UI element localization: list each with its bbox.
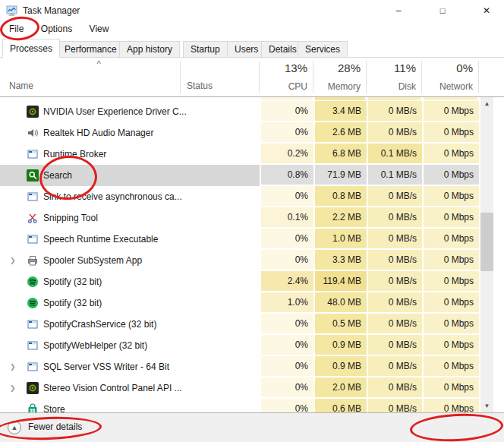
column-header-network[interactable]: 0% Network bbox=[422, 58, 478, 97]
column-header-row: ^ Name Status 13% CPU 28% Memory 11% Dis… bbox=[0, 58, 504, 97]
column-header-disk[interactable]: 11% Disk bbox=[367, 58, 421, 97]
net-cell: 0 Mbps bbox=[422, 335, 479, 355]
footer-bar: ▲ Fewer details End task bbox=[0, 412, 504, 442]
minimize-button[interactable]: – bbox=[383, 0, 414, 21]
mem-cell: 0.6 MB bbox=[313, 399, 367, 412]
process-row[interactable]: SpotifyCrashService (32 bit)0%0.5 MB0 MB… bbox=[0, 314, 504, 335]
mem-cell: 6.8 MB bbox=[313, 144, 367, 164]
menu-item-file[interactable]: File bbox=[6, 21, 27, 36]
process-row[interactable]: Spotify (32 bit)2.4%119.4 MB0 MB/s0 Mbps bbox=[0, 271, 504, 292]
net-cell: 0 Mbps bbox=[422, 314, 479, 334]
dsk-cell: 0 MB/s bbox=[367, 335, 422, 355]
close-button[interactable]: ✕ bbox=[471, 0, 502, 21]
net-cell: 0 Mbps bbox=[422, 292, 479, 313]
search-app-icon bbox=[27, 169, 39, 182]
process-row[interactable]: Store0%0.6 MB0 MB/s0 Mbps bbox=[0, 399, 504, 412]
process-row[interactable]: ❯Spooler SubSystem App0%3.3 MB0 MB/s0 Mb… bbox=[0, 250, 504, 271]
process-name: Spotify (32 bit) bbox=[43, 271, 102, 292]
scrollbar-thumb[interactable] bbox=[480, 213, 493, 271]
net-cell: 0 Mbps bbox=[422, 101, 479, 122]
dsk-cell: 0.1 MB/s bbox=[367, 165, 422, 185]
cpu-cell: 0% bbox=[260, 250, 313, 270]
column-header-name[interactable]: Name bbox=[9, 81, 33, 91]
net-cell: 0 Mbps bbox=[422, 271, 479, 292]
expand-chevron-icon[interactable]: ❯ bbox=[10, 356, 16, 377]
process-row[interactable]: Runtime Broker0.2%6.8 MB0.1 MB/s0 Mbps bbox=[0, 144, 504, 165]
column-header-status[interactable]: Status bbox=[187, 81, 213, 91]
process-row[interactable]: ❯Stereo Vision Control Panel API ...0%2.… bbox=[0, 377, 504, 399]
process-name: Store bbox=[43, 399, 65, 412]
process-row-selected[interactable]: Search0.8%71.9 MB0.1 MB/s0 Mbps bbox=[0, 165, 504, 186]
cpu-cell: 2.4% bbox=[260, 271, 313, 292]
expand-chevron-icon[interactable]: ❯ bbox=[10, 250, 16, 271]
scroll-up-icon[interactable]: ▲ bbox=[480, 97, 493, 110]
dsk-cell: 0 MB/s bbox=[367, 314, 422, 334]
dsk-cell: 0 MB/s bbox=[367, 292, 422, 313]
process-row[interactable]: Realtek HD Audio Manager0%2.6 MB0 MB/s0 … bbox=[0, 122, 504, 144]
printer-icon bbox=[27, 254, 39, 267]
dsk-cell: 0 MB/s bbox=[367, 101, 422, 122]
chevron-up-icon: ▲ bbox=[8, 421, 21, 434]
tab-app-history[interactable]: App history bbox=[119, 41, 180, 58]
process-row[interactable]: Snipping Tool0.1%2.2 MB0 MB/s0 Mbps bbox=[0, 207, 504, 229]
process-row[interactable]: ❯SQL Server VSS Writer - 64 Bit0%0.9 MB0… bbox=[0, 356, 504, 377]
menu-bar: File Options View bbox=[0, 21, 504, 38]
tab-strip: Processes Performance App history Startu… bbox=[0, 38, 504, 58]
cpu-cell: 0% bbox=[260, 335, 313, 355]
dsk-cell: 0 MB/s bbox=[367, 271, 422, 292]
menu-item-options[interactable]: Options bbox=[38, 21, 75, 36]
tab-users[interactable]: Users bbox=[227, 41, 266, 58]
net-cell: 0 Mbps bbox=[422, 144, 479, 164]
process-row[interactable]: Speech Runtime Executable0%1.0 MB0 MB/s0… bbox=[0, 229, 504, 250]
mem-cell: 2.6 MB bbox=[313, 122, 367, 143]
spotify-icon bbox=[27, 297, 39, 309]
process-name: Runtime Broker bbox=[43, 144, 106, 165]
cpu-cell: 0% bbox=[260, 314, 313, 334]
mem-cell: 48.0 MB bbox=[313, 292, 367, 313]
cpu-cell: 0% bbox=[260, 356, 313, 377]
scroll-down-icon[interactable]: ▼ bbox=[480, 399, 493, 412]
speaker-icon bbox=[27, 127, 39, 139]
process-row[interactable]: NVIDIA User Experience Driver C...0%3.4 … bbox=[0, 101, 504, 122]
menu-item-view[interactable]: View bbox=[87, 21, 112, 36]
cpu-cell: 0% bbox=[260, 229, 313, 249]
process-name: SpotifyWebHelper (32 bit) bbox=[43, 335, 147, 356]
vertical-scrollbar[interactable]: ▲ ▼ bbox=[480, 97, 493, 412]
net-cell: 0 Mbps bbox=[422, 122, 479, 143]
tab-performance[interactable]: Performance bbox=[57, 41, 124, 58]
column-header-memory[interactable]: 28% Memory bbox=[313, 58, 366, 97]
dsk-cell: 0 MB/s bbox=[367, 399, 422, 412]
task-manager-icon bbox=[6, 5, 18, 17]
process-name: SQL Server VSS Writer - 64 Bit bbox=[43, 356, 169, 377]
tab-services[interactable]: Services bbox=[298, 41, 348, 58]
mem-cell: 0.8 MB bbox=[313, 186, 367, 207]
process-row[interactable]: SpotifyWebHelper (32 bit)0%0.9 MB0 MB/s0… bbox=[0, 335, 504, 356]
expand-chevron-icon[interactable]: ❯ bbox=[10, 377, 16, 399]
cpu-cell: 0% bbox=[260, 399, 313, 412]
mem-cell: 0.9 MB bbox=[313, 356, 367, 377]
process-row[interactable]: Spotify (32 bit)1.0%48.0 MB0 MB/s0 Mbps bbox=[0, 292, 504, 314]
window-app-icon bbox=[27, 233, 39, 245]
tab-startup[interactable]: Startup bbox=[183, 41, 228, 58]
cpu-cell: 1.0% bbox=[260, 292, 313, 313]
sort-indicator-icon: ^ bbox=[90, 59, 108, 68]
column-header-cpu[interactable]: 13% CPU bbox=[260, 58, 313, 97]
process-name: Spooler SubSystem App bbox=[43, 250, 142, 271]
mem-cell: 2.2 MB bbox=[313, 207, 367, 228]
window-app-icon bbox=[27, 148, 39, 160]
process-name: Realtek HD Audio Manager bbox=[43, 122, 153, 144]
dsk-cell: 0 MB/s bbox=[367, 356, 422, 377]
cpu-cell: 0.2% bbox=[260, 144, 313, 164]
mem-cell: 3.3 MB bbox=[313, 250, 367, 270]
process-name: Sink to receive asynchronous ca... bbox=[43, 186, 182, 207]
scissors-icon bbox=[27, 212, 39, 224]
tab-processes[interactable]: Processes bbox=[2, 39, 60, 58]
process-row[interactable]: Sink to receive asynchronous ca...0%0.8 … bbox=[0, 186, 504, 207]
maximize-button[interactable]: □ bbox=[427, 0, 458, 21]
net-cell: 0 Mbps bbox=[422, 229, 479, 249]
store-icon bbox=[27, 403, 39, 412]
net-cell: 0 Mbps bbox=[422, 356, 479, 377]
mem-cell: 119.4 MB bbox=[313, 271, 367, 292]
cpu-cell: 0% bbox=[260, 101, 313, 122]
process-name: Snipping Tool bbox=[43, 207, 98, 229]
